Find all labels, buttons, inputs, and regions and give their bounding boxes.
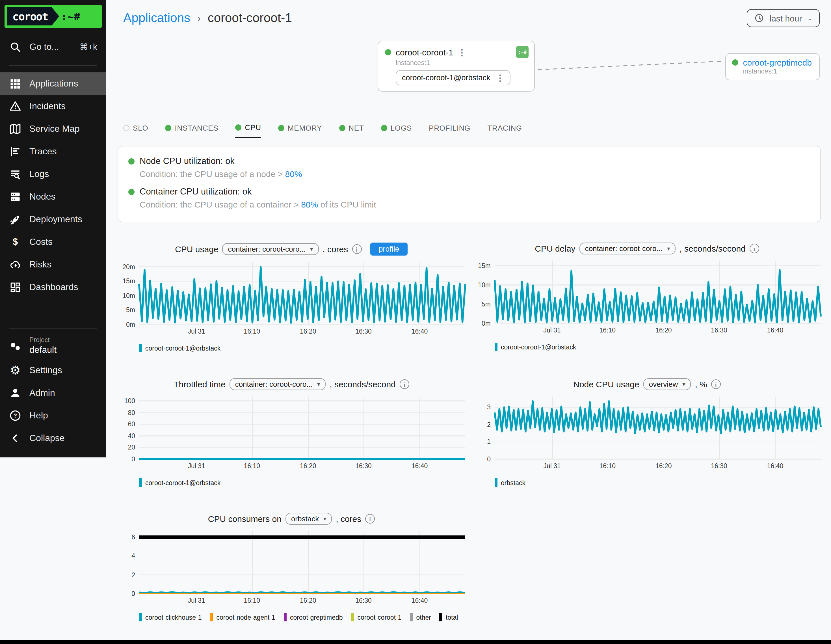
sidebar-item-applications[interactable]: Applications [0,72,106,95]
service-map-node-coroot-greptimedb[interactable]: coroot-greptimedb instances:1 [726,53,820,80]
sidebar-item-deployments[interactable]: Deployments [0,208,106,231]
sidebar-item-label: Collapse [29,433,65,443]
node-cpu-usage-selector[interactable]: overview▾ [643,378,691,390]
tab-profiling[interactable]: PROFILING [429,123,470,138]
tab-tracing[interactable]: TRACING [487,123,522,138]
sidebar-divider [9,65,97,65]
sidebar-item-collapse[interactable]: Collapse [0,427,106,450]
cpu-usage-selector[interactable]: container: coroot-coro...▾ [223,243,319,255]
sidebar-item-admin[interactable]: Admin [0,382,106,404]
instance-name: coroot-coroot-1@orbstack [402,73,490,82]
legend-label: coroot-clickhouse-1 [145,614,202,620]
throttled-time-selector[interactable]: container: coroot-coro...▾ [229,378,326,390]
sidebar-item-incidents[interactable]: Incidents [0,95,106,118]
chart-title-text: CPU usage [175,244,218,254]
chevron-down-icon: ⌄ [807,14,812,22]
legend-item-coroot-coroot-1-orbstack[interactable]: coroot-coroot-1@orbstack [139,478,220,487]
legend-item-coroot-coroot-1-orbstack[interactable]: coroot-coroot-1@orbstack [139,344,220,352]
x-tick-label: 16:30 [711,327,727,333]
threshold-link[interactable]: 80% [301,199,318,209]
selector-value: container: coroot-coro... [585,244,663,253]
legend-item-coroot-node-agent-1[interactable]: coroot-node-agent-1 [210,613,275,622]
service-map-node-coroot-coroot-1[interactable]: coroot-coroot-1 ⋮ :~# instances:1 coroot… [377,41,535,92]
chart-canvas [139,262,465,325]
cpu-consumers-selector[interactable]: orbstack▾ [285,513,332,525]
time-range-picker[interactable]: last hour ⌄ [747,9,820,27]
sidebar-item-label: Logs [29,169,49,179]
chart-legend: coroot-coroot-1@orbstack [495,343,821,351]
legend-item-coroot-clickhouse-1[interactable]: coroot-clickhouse-1 [139,613,202,622]
check-condition: Condition: the CPU usage of a node > 80% [140,169,810,179]
legend-item-coroot-coroot-1-orbstack[interactable]: coroot-coroot-1@orbstack [495,343,576,351]
tab-logs[interactable]: LOGS [381,123,412,138]
legend-item-coroot-coroot-1[interactable]: coroot-coroot-1 [351,613,402,622]
db-node-name-link[interactable]: coroot-greptimedb [743,58,812,67]
sidebar-item-service-map[interactable]: Service Map [0,118,106,140]
selector-value: container: coroot-coro... [228,245,306,253]
tab-status-dot-green [278,125,284,131]
x-tick-label: 16:20 [300,328,316,335]
kebab-menu-icon[interactable]: ⋮ [458,48,466,56]
legend-item-orbstack[interactable]: orbstack [495,478,525,487]
coroot-logo[interactable]: coroot :~# [5,5,102,28]
sidebar-item-dashboards[interactable]: Dashboards [0,276,106,298]
chart-throttled-time: Throttled timecontainer: coroot-coro...▾… [118,378,465,487]
threshold-link[interactable]: 80% [285,169,302,179]
tab-memory[interactable]: MEMORY [278,123,322,138]
y-tick-label: 15m [123,278,135,285]
profile-button[interactable]: profile [370,242,408,255]
legend-item-total[interactable]: total [439,613,458,622]
sidebar-item-settings[interactable]: ⚙Settings [0,359,106,382]
info-icon[interactable]: i [400,379,409,389]
y-tick-label: 5m [482,301,491,308]
kebab-menu-icon[interactable]: ⋮ [496,73,505,82]
goto-search[interactable]: Go to... ⌘+k [0,36,106,58]
db-node-instances: instances:1 [743,67,812,75]
y-tick-label: 5m [126,307,135,314]
coroot-badge: :~# [516,46,529,58]
legend-item-other[interactable]: other [410,613,431,622]
service-map-panel: coroot-coroot-1 ⋮ :~# instances:1 coroot… [116,41,821,108]
y-tick-label: 15m [478,262,491,269]
sidebar-item-traces[interactable]: Traces [0,140,106,163]
warning-icon [9,100,21,113]
sidebar-divider [9,328,97,328]
series-line-coroot-coroot-1-orbstack [139,267,465,322]
sidebar-item-project[interactable]: Project default [0,334,106,359]
sidebar-item-label: Risks [29,260,51,270]
x-tick-label: 16:30 [355,462,372,469]
breadcrumb-applications-link[interactable]: Applications [123,11,190,26]
info-icon[interactable]: i [365,514,375,524]
sidebar-item-logs[interactable]: Logs [0,163,106,185]
x-tick-label: Jul 31 [543,462,560,469]
info-icon[interactable]: i [750,244,759,253]
info-icon[interactable]: i [352,244,361,254]
check-title: Node CPU utilization: ok [140,156,235,166]
sidebar-item-costs[interactable]: $Costs [0,231,106,253]
plot-area [139,397,465,459]
status-dot-green [128,188,135,195]
legend-label: coroot-greptimedb [290,614,343,620]
tab-instances[interactable]: INSTANCES [165,123,218,138]
tab-slo[interactable]: SLO [123,123,148,138]
app-node-instances: instances:1 [396,59,529,67]
legend-item-coroot-greptimedb[interactable]: coroot-greptimedb [284,613,343,622]
y-axis: 0123 [473,397,495,459]
cpu-delay-selector[interactable]: container: coroot-coro...▾ [579,242,676,254]
breadcrumb-chevron-icon: › [197,11,201,25]
tab-net[interactable]: NET [339,123,364,138]
clock-icon [754,13,764,23]
series-line-coroot-coroot-1-orbstack [495,270,821,322]
chart-canvas [495,397,821,459]
chart-cpu-consumers: CPU consumers onorbstack▾, coresi0246Jul… [118,513,465,622]
legend-color-bar [139,344,142,352]
tab-cpu[interactable]: CPU [236,123,261,138]
info-icon[interactable]: i [711,379,721,389]
legend-label: orbstack [501,479,525,486]
sidebar-item-nodes[interactable]: Nodes [0,185,106,208]
sidebar-item-help[interactable]: ?Help [0,404,106,427]
sidebar-item-risks[interactable]: Risks [0,253,106,276]
chart-unit-text: , seconds/second [680,244,746,253]
selector-value: overview [649,380,678,389]
instance-pill-coroot-coroot-1-orbstack[interactable]: coroot-coroot-1@orbstack ⋮ [396,70,511,85]
